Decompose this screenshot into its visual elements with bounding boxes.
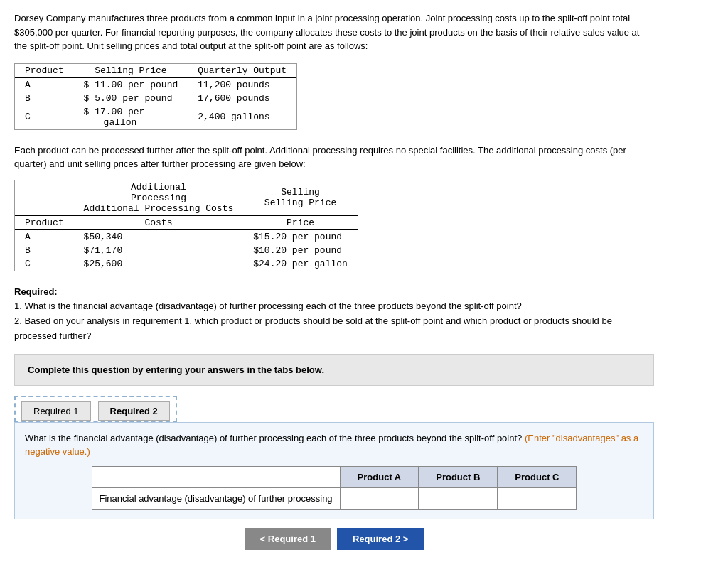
t1-output-a: 11,200 pounds bbox=[188, 77, 296, 92]
table1-wrapper: Product Selling Price Quarterly Output A… bbox=[14, 63, 297, 130]
tabs-row: Required 1 Required 2 bbox=[21, 401, 170, 421]
t1-product-b: B bbox=[15, 92, 74, 105]
required-section: Required: 1. What is the financial advan… bbox=[14, 285, 654, 344]
t2-selling-a: $15.20 per pound bbox=[243, 230, 358, 244]
answer-table: Product A Product B Product C Financial … bbox=[92, 466, 577, 510]
t2-costs-a: $50,340 bbox=[74, 230, 244, 244]
required-label: Required: bbox=[14, 286, 58, 297]
intro-paragraph: Dorsey Company manufactures three produc… bbox=[14, 11, 654, 53]
table2-row-b: B $71,170 $10.20 per pound bbox=[15, 244, 358, 257]
t2-col2-header-line1: AdditionalProcessingAdditional Processin… bbox=[74, 180, 244, 216]
t2-selling-b: $10.20 per pound bbox=[243, 244, 358, 257]
t1-output-b: 17,600 pounds bbox=[188, 92, 296, 105]
input-product-a[interactable] bbox=[348, 493, 405, 504]
t2-costs-c: $25,600 bbox=[74, 257, 244, 271]
required-item1: 1. What is the financial advantage (disa… bbox=[14, 301, 522, 311]
input-product-c[interactable] bbox=[505, 493, 562, 504]
answer-col-product-c: Product C bbox=[498, 466, 577, 488]
input-product-b[interactable] bbox=[426, 493, 483, 504]
t1-price-c-line1: $ 17.00 per bbox=[84, 107, 145, 117]
tab-required2[interactable]: Required 2 bbox=[98, 401, 170, 421]
table2: AdditionalProcessingAdditional Processin… bbox=[15, 180, 358, 271]
t2-price-label: Price bbox=[243, 215, 358, 230]
t1-price-c-line2: gallon bbox=[84, 117, 137, 128]
prev-button[interactable]: < Required 1 bbox=[245, 528, 331, 550]
answer-col-product-b: Product B bbox=[419, 466, 498, 488]
t2-col3-header: SellingSelling Price bbox=[243, 180, 358, 216]
t2-selling-c: $24.20 per gallon bbox=[243, 257, 358, 271]
t1-product-a: A bbox=[15, 77, 74, 92]
t1-col2-header: Selling Price bbox=[74, 64, 188, 78]
tab-required1[interactable]: Required 1 bbox=[21, 401, 91, 421]
t2-product-c: C bbox=[15, 257, 74, 271]
t1-price-a: $ 11.00 per pound bbox=[74, 77, 188, 92]
tab-content-area: What is the financial advantage (disadva… bbox=[14, 422, 654, 519]
table2-row-a: A $50,340 $15.20 per pound bbox=[15, 230, 358, 244]
t2-costs-b: $71,170 bbox=[74, 244, 244, 257]
t1-price-b: $ 5.00 per pound bbox=[74, 92, 188, 105]
table2-header-row: AdditionalProcessingAdditional Processin… bbox=[15, 180, 358, 216]
table1-row-a: A $ 11.00 per pound 11,200 pounds bbox=[15, 77, 296, 92]
table2-row-c: C $25,600 $24.20 per gallon bbox=[15, 257, 358, 271]
tabs-dashed-border: Required 1 Required 2 bbox=[14, 396, 177, 422]
section2-text: Each product can be processed further af… bbox=[14, 144, 654, 171]
answer-input-a[interactable] bbox=[340, 488, 419, 510]
t2-subheader: Product Costs Price bbox=[15, 215, 358, 230]
t2-col1-header bbox=[15, 180, 74, 216]
table1-row-c: C $ 17.00 per gallon 2,400 gallons bbox=[15, 105, 296, 129]
t2-costs-label: Costs bbox=[74, 215, 244, 230]
t1-col3-header: Quarterly Output bbox=[188, 64, 296, 78]
t2-product-label: Product bbox=[15, 215, 74, 230]
answer-table-header-row: Product A Product B Product C bbox=[92, 466, 577, 488]
bottom-section: Required 1 Required 2 What is the financ… bbox=[14, 396, 654, 550]
t1-output-c: 2,400 gallons bbox=[188, 105, 296, 129]
t2-product-a: A bbox=[15, 230, 74, 244]
t1-col1-header: Product bbox=[15, 64, 74, 78]
complete-box: Complete this question by entering your … bbox=[14, 354, 654, 386]
table1: Product Selling Price Quarterly Output A… bbox=[15, 64, 296, 129]
t1-price-c: $ 17.00 per gallon bbox=[74, 105, 188, 129]
required-item2: 2. Based on your analysis in requirement… bbox=[14, 315, 612, 341]
table1-row-b: B $ 5.00 per pound 17,600 pounds bbox=[15, 92, 296, 105]
answer-col-empty bbox=[92, 466, 340, 488]
tab-question: What is the financial advantage (disadva… bbox=[25, 433, 522, 443]
t1-product-c: C bbox=[15, 105, 74, 129]
answer-row-label: Financial advantage (disadvantage) of fu… bbox=[92, 488, 340, 510]
answer-input-c[interactable] bbox=[498, 488, 577, 510]
answer-input-b[interactable] bbox=[419, 488, 498, 510]
table1-header-row: Product Selling Price Quarterly Output bbox=[15, 64, 296, 78]
t2-product-b: B bbox=[15, 244, 74, 257]
answer-table-row: Financial advantage (disadvantage) of fu… bbox=[92, 488, 577, 510]
table2-wrapper: AdditionalProcessingAdditional Processin… bbox=[14, 180, 358, 271]
complete-box-text: Complete this question by entering your … bbox=[28, 364, 324, 375]
next-button[interactable]: Required 2 > bbox=[337, 528, 424, 550]
nav-buttons: < Required 1 Required 2 > bbox=[14, 528, 654, 550]
answer-col-product-a: Product A bbox=[340, 466, 419, 488]
